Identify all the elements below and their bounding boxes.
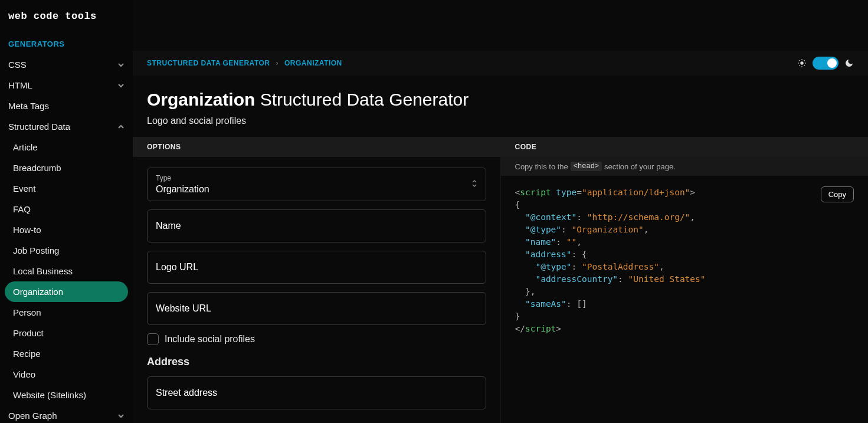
street-address-input[interactable]	[156, 388, 477, 398]
head-tag-badge: <head>	[571, 162, 602, 171]
include-social-row: Include social profiles	[147, 333, 486, 345]
sidebar-item-label: Local Business	[13, 266, 73, 276]
type-value: Organization	[156, 184, 477, 195]
sidebar-item-label: Person	[13, 307, 41, 317]
sidebar-item-organization[interactable]: Organization	[5, 281, 128, 302]
sidebar-item-label: Organization	[13, 287, 63, 297]
select-chevrons-icon	[471, 179, 477, 190]
sidebar-item-how-to[interactable]: How-to	[0, 219, 133, 240]
options-panel-body: Type Organization	[133, 157, 500, 423]
include-social-checkbox[interactable]	[147, 333, 159, 345]
copy-button[interactable]: Copy	[821, 186, 854, 202]
sidebar-item-faq[interactable]: FAQ	[0, 199, 133, 219]
name-input[interactable]	[156, 221, 477, 231]
website-url-field[interactable]	[147, 292, 486, 325]
brand[interactable]: web code tools	[0, 0, 133, 36]
sidebar-item-job-posting[interactable]: Job Posting	[0, 240, 133, 261]
svg-line-8	[804, 60, 805, 61]
svg-point-0	[800, 61, 803, 64]
website-url-input[interactable]	[156, 303, 477, 314]
options-panel: OPTIONS Type Organization	[133, 137, 501, 423]
code-panel: CODE Copy this to the <head> section of …	[501, 137, 869, 423]
sidebar-item-structured-data[interactable]: Structured Data	[0, 116, 133, 137]
breadcrumb-leaf[interactable]: ORGANIZATION	[284, 59, 342, 67]
theme-toggle	[797, 57, 854, 70]
sidebar-item-label: Structured Data	[8, 122, 70, 132]
sidebar-item-article[interactable]: Article	[0, 137, 133, 158]
moon-icon	[844, 58, 854, 68]
main: STRUCTURED DATA GENERATOR › ORGANIZATION…	[133, 0, 868, 423]
sidebar-item-meta-tags[interactable]: Meta Tags	[0, 96, 133, 116]
svg-line-6	[804, 65, 805, 66]
breadcrumb-root[interactable]: STRUCTURED DATA GENERATOR	[147, 59, 270, 67]
chevron-down-icon	[117, 82, 125, 89]
code-block: <script type="application/ld+json"> { "@…	[515, 186, 854, 335]
sidebar-item-label: How-to	[13, 225, 41, 235]
sidebar-item-label: Product	[13, 328, 44, 338]
name-field[interactable]	[147, 209, 486, 242]
sidebar-item-html[interactable]: HTML	[0, 75, 133, 96]
sidebar-section-heading: GENERATORS	[0, 36, 133, 54]
sidebar-item-label: Video	[13, 369, 35, 379]
page-title-rest: Structured Data Generator	[260, 90, 469, 109]
page-header: Organization Structured Data Generator L…	[133, 76, 868, 137]
sidebar-item-label: Recipe	[13, 349, 41, 359]
sidebar-item-label: Job Posting	[13, 245, 59, 255]
sidebar-item-recipe[interactable]: Recipe	[0, 343, 133, 364]
sidebar-item-label: Open Graph	[8, 411, 57, 421]
type-label: Type	[156, 174, 477, 182]
code-panel-note: Copy this to the <head> section of your …	[501, 157, 869, 176]
sun-icon	[797, 58, 807, 68]
sidebar-item-label: CSS	[8, 60, 27, 70]
sidebar-item-open-graph[interactable]: Open Graph	[0, 405, 133, 423]
page-title: Organization Structured Data Generator	[147, 90, 854, 110]
sidebar-item-label: Meta Tags	[8, 101, 49, 111]
type-select[interactable]: Type Organization	[147, 168, 486, 201]
dark-mode-switch[interactable]	[813, 57, 838, 70]
chevron-down-icon	[117, 412, 125, 419]
sidebar-item-local-business[interactable]: Local Business	[0, 261, 133, 281]
sidebar-item-label: HTML	[8, 80, 32, 90]
toolbar: STRUCTURED DATA GENERATOR › ORGANIZATION	[133, 51, 868, 76]
chevron-up-icon	[117, 123, 125, 130]
code-panel-head: CODE	[501, 137, 869, 157]
breadcrumb: STRUCTURED DATA GENERATOR › ORGANIZATION	[147, 59, 342, 67]
header-space	[133, 0, 868, 51]
chevron-down-icon	[117, 61, 125, 68]
code-note-pre: Copy this to the	[515, 162, 568, 171]
svg-line-7	[799, 65, 800, 66]
sidebar-item-product[interactable]: Product	[0, 323, 133, 343]
panels: OPTIONS Type Organization	[133, 137, 868, 423]
sidebar: web code tools GENERATORS CSS HTML Meta …	[0, 0, 133, 423]
logo-url-input[interactable]	[156, 262, 477, 273]
logo-url-field[interactable]	[147, 251, 486, 284]
sidebar-item-label: FAQ	[13, 204, 31, 214]
sidebar-item-label: Breadcrumb	[13, 163, 61, 173]
switch-knob	[827, 58, 837, 68]
sidebar-item-css[interactable]: CSS	[0, 54, 133, 75]
chevron-right-icon: ›	[276, 59, 279, 67]
sidebar-item-video[interactable]: Video	[0, 364, 133, 385]
code-body: Copy <script type="application/ld+json">…	[501, 176, 869, 423]
page-subtitle: Logo and social profiles	[147, 116, 854, 126]
sidebar-item-website-sitelinks[interactable]: Website (Sitelinks)	[0, 385, 133, 405]
sidebar-item-label: Event	[13, 183, 35, 194]
options-panel-head: OPTIONS	[133, 137, 500, 157]
address-heading: Address	[147, 356, 486, 368]
page-title-bold: Organization	[147, 90, 255, 109]
code-note-post: section of your page.	[604, 162, 676, 171]
include-social-label: Include social profiles	[165, 334, 255, 345]
sidebar-item-event[interactable]: Event	[0, 178, 133, 199]
sidebar-item-label: Website (Sitelinks)	[13, 390, 86, 400]
street-address-field[interactable]	[147, 376, 486, 409]
sidebar-item-person[interactable]: Person	[0, 302, 133, 323]
sidebar-item-breadcrumb[interactable]: Breadcrumb	[0, 158, 133, 178]
sidebar-item-label: Article	[13, 142, 38, 152]
svg-line-5	[799, 60, 800, 61]
